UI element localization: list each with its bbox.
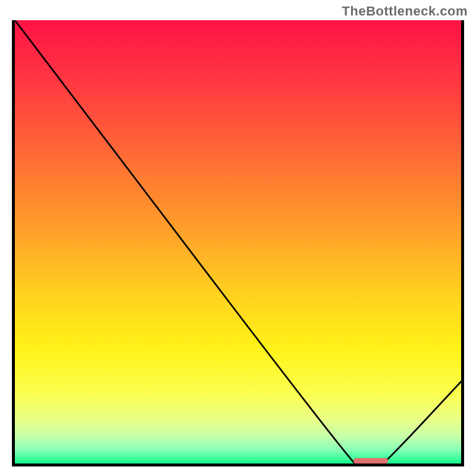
- attribution-text: TheBottleneck.com: [342, 4, 468, 19]
- chart-container: TheBottleneck.com: [0, 0, 476, 476]
- svg-rect-0: [15, 20, 461, 464]
- gradient-background: [15, 20, 461, 464]
- plot-frame: [12, 20, 464, 466]
